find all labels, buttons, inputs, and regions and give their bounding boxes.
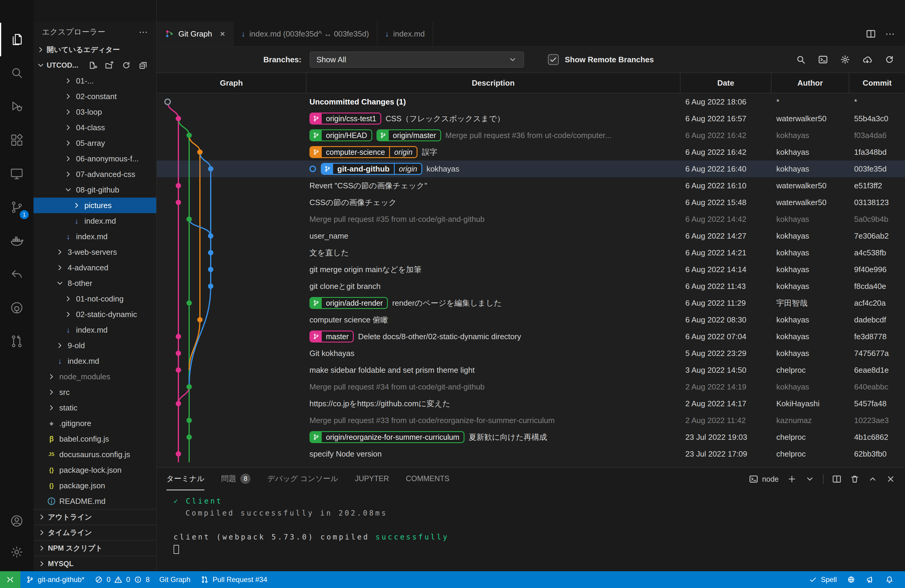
commit-row[interactable]: Merge pull request #35 from ut-code/git-… (157, 211, 905, 227)
branch-badge[interactable]: origin/css-test1 (310, 113, 381, 124)
close-panel-icon[interactable] (886, 474, 895, 484)
tree-item-01-not-coding[interactable]: 01-not-coding (33, 291, 156, 307)
commit-row[interactable]: user_name6 Aug 2022 14:27kokhayas7e306ab… (157, 227, 905, 244)
activity-docker[interactable] (0, 224, 33, 257)
new-file-icon[interactable] (88, 60, 98, 70)
status-problems[interactable]: 0 0 8 (89, 571, 154, 588)
tree-item-07-advanced-css[interactable]: 07-advanced-css (33, 167, 156, 182)
panel-tab-[interactable]: デバッグ コンソール (267, 468, 338, 490)
activity-run-debug[interactable] (0, 90, 33, 123)
status-spell-check[interactable]: Spell (803, 575, 841, 585)
new-folder-icon[interactable] (105, 60, 114, 70)
tree-item-src[interactable]: src (33, 385, 156, 400)
tree-item-package-lock-json[interactable]: {}package-lock.json (33, 462, 156, 478)
activity-remote-explorer[interactable] (0, 157, 33, 191)
commit-row[interactable]: computer science 俯瞰6 Aug 2022 08:30kokha… (157, 311, 905, 328)
status-notifications[interactable] (880, 575, 899, 585)
tree-item-readme-md[interactable]: README.md (33, 493, 156, 509)
remote-indicator[interactable] (0, 571, 21, 588)
refresh-icon[interactable] (122, 60, 131, 70)
tree-item-babel-config-js[interactable]: βbabel.config.js (33, 431, 156, 447)
commit-row[interactable]: git-and-githuboriginkokhayas6 Aug 2022 1… (157, 161, 905, 177)
branch-badge[interactable]: git-and-githuborigin (321, 163, 422, 175)
kill-terminal-icon[interactable] (850, 474, 859, 484)
more-actions-icon[interactable]: ⋯ (885, 28, 895, 40)
tree-item-03-loop[interactable]: 03-loop (33, 104, 156, 120)
commit-row[interactable]: masterDelete docs/8-other/02-static-dyna… (157, 328, 905, 345)
status-pull-request[interactable]: Pull Request #34 (195, 571, 272, 588)
branch-badge[interactable]: master (310, 331, 354, 343)
activity-source-control[interactable]: 1 (0, 191, 33, 224)
settings-gear-icon[interactable] (840, 55, 850, 64)
commit-row[interactable]: Uncommitted Changes (1)6 Aug 2022 18:06*… (157, 94, 905, 110)
terminal-output[interactable]: ✓ ClientCompiled successfully in 202.08m… (157, 490, 905, 571)
tree-item-package-json[interactable]: {}package.json (33, 478, 156, 493)
sidebar-section-outline[interactable]: アウトライン (33, 509, 156, 524)
sidebar-section-timeline[interactable]: タイムライン (33, 524, 156, 540)
commit-row[interactable]: CSSの節の画像チェック6 Aug 2022 15:48waterwalker5… (157, 194, 905, 211)
refresh-icon[interactable] (884, 55, 894, 64)
commit-row[interactable]: https://co.jpをhttps://github.comに変えた2 Au… (157, 395, 905, 412)
terminal-shell-selector[interactable]: node (749, 474, 779, 484)
commit-row[interactable]: Merge pull request #33 from ut-code/reor… (157, 412, 905, 429)
tree-item-index-md[interactable]: ↓index.md (33, 322, 156, 338)
tree-item-9-old[interactable]: 9-old (33, 338, 156, 353)
tree-item-02-constant[interactable]: 02-constant (33, 89, 156, 104)
activity-extensions[interactable] (0, 123, 33, 157)
tree-item-08-git-github[interactable]: 08-git-github (33, 182, 156, 198)
maximize-panel-icon[interactable] (868, 474, 878, 484)
search-icon[interactable] (796, 55, 806, 64)
activity-github[interactable] (0, 291, 33, 324)
tree-item-01[interactable]: 01-... (33, 73, 156, 89)
activity-account[interactable] (0, 505, 33, 537)
commit-row[interactable]: git merge origin mainなどを加筆6 Aug 2022 14:… (157, 261, 905, 278)
commit-row[interactable]: computer-scienceorigin誤字6 Aug 2022 16:42… (157, 144, 905, 161)
commit-row[interactable]: specify Node version23 Jul 2022 17:09che… (157, 445, 905, 462)
split-terminal-icon[interactable] (832, 474, 841, 484)
panel-tab-[interactable]: ターミナル (167, 468, 205, 490)
tree-item-02-static-dynamic[interactable]: 02-static-dynamic (33, 307, 156, 322)
tab-index-md-003fe35d-003fe35d[interactable]: ↓index.md (003fe35d^ ↔ 003fe35d) (233, 22, 377, 46)
open-editors-section[interactable]: 開いているエディター (33, 42, 156, 57)
commit-row[interactable]: 文を直した6 Aug 2022 14:21kokhayasa4c538fb (157, 244, 905, 261)
tree-item-index-md[interactable]: ↓index.md (33, 213, 156, 229)
close-icon[interactable]: × (220, 29, 225, 39)
branch-badge[interactable]: computer-scienceorigin (310, 146, 418, 158)
tab-index-md[interactable]: ↓index.md (377, 22, 433, 46)
activity-curved-arrow[interactable] (0, 257, 33, 291)
commit-row[interactable]: make sidebar foldable and set prism them… (157, 362, 905, 378)
split-editor-icon[interactable] (866, 29, 876, 39)
status-branch[interactable]: git-and-github* (21, 571, 89, 588)
tree-item-pictures[interactable]: pictures (33, 198, 156, 213)
fetch-cloud-icon[interactable] (862, 55, 872, 64)
tree-item-4-advanced[interactable]: 4-advanced (33, 260, 156, 275)
tree-item-index-md[interactable]: ↓index.md (33, 229, 156, 244)
activity-settings-gear[interactable] (0, 537, 33, 567)
tree-item-static[interactable]: static (33, 400, 156, 416)
tree-item-06-anonymous-f[interactable]: 06-anonymous-f... (33, 151, 156, 167)
show-remote-checkbox[interactable] (548, 54, 559, 65)
status-git-graph[interactable]: Git Graph (154, 571, 195, 588)
branches-dropdown[interactable]: Show All (310, 51, 524, 68)
sidebar-section-mysql[interactable]: MYSQL (33, 556, 156, 571)
more-actions-icon[interactable]: ⋯ (139, 27, 148, 37)
tree-item-gitignore[interactable]: ◆.gitignore (33, 416, 156, 431)
tree-item-04-class[interactable]: 04-class (33, 120, 156, 135)
branch-badge[interactable]: origin/master (376, 129, 441, 141)
branch-badge[interactable]: origin/HEAD (310, 129, 372, 141)
terminal-icon[interactable] (818, 55, 828, 64)
activity-search[interactable] (0, 56, 33, 90)
chevron-down-icon[interactable] (805, 474, 814, 484)
commit-row[interactable]: origin/add-renderrenderのページを編集しました6 Aug … (157, 295, 905, 311)
tree-item-3-web-servers[interactable]: 3-web-servers (33, 244, 156, 260)
sidebar-section-npm-scripts[interactable]: NPM スクリプト (33, 540, 156, 556)
tab-git-graph[interactable]: Git Graph× (157, 22, 233, 46)
new-terminal-icon[interactable] (787, 474, 797, 484)
commit-row[interactable]: Revert "CSSの節の画像チェック"6 Aug 2022 16:10wat… (157, 177, 905, 194)
commit-row[interactable]: origin/css-test1CSS（フレックスボックスまで）6 Aug 20… (157, 110, 905, 127)
commit-row[interactable]: origin/HEADorigin/masterMerge pull reque… (157, 127, 905, 144)
status-feedback[interactable] (861, 575, 880, 585)
activity-pull-request[interactable] (0, 324, 33, 358)
tree-item-index-md[interactable]: ↓index.md (33, 353, 156, 369)
status-globe[interactable] (841, 575, 861, 585)
